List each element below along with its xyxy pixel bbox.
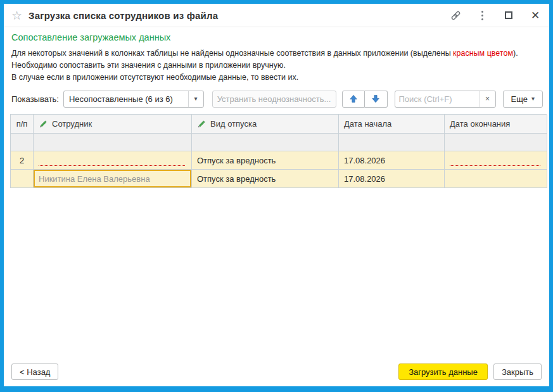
close-button[interactable]: Закрыть — [493, 364, 542, 380]
show-filter-value: Несопоставленные (6 из 6) — [64, 94, 188, 104]
intro-line-3: В случае если в приложении отсутствуют н… — [11, 72, 543, 84]
table-filter-row — [11, 134, 547, 151]
page-title: Сопоставление загружаемых данных — [11, 32, 543, 42]
end-date-cell[interactable] — [445, 170, 547, 188]
column-header-vacation-type[interactable]: Вид отпуска — [192, 115, 339, 134]
filter-cell-employee[interactable] — [34, 134, 192, 151]
filter-cell-vacation-type[interactable] — [192, 134, 339, 151]
toolbar: Показывать: Несопоставленные (6 из 6) ▾ … — [11, 90, 543, 108]
app-window: ☆ Загрузка списка сотрудников из файла ✕ — [0, 0, 553, 392]
window-title: Загрузка списка сотрудников из файла — [29, 10, 218, 21]
unmatched-underline — [450, 165, 540, 166]
employee-cell-unmatched[interactable] — [34, 151, 192, 170]
unmatched-underline — [39, 165, 185, 166]
chevron-down-icon: ▾ — [194, 96, 198, 102]
move-up-button[interactable] — [342, 91, 365, 108]
table-header-row: п/п Сотрудник Вид отпуска — [11, 115, 547, 134]
show-filter-dropdown-button[interactable]: ▾ — [188, 91, 203, 107]
more-actions-button[interactable]: Еще ▾ — [503, 91, 543, 108]
intro-line-2: Необходимо сопоставить эти значения с да… — [11, 60, 543, 72]
search-clear-icon[interactable]: × — [480, 91, 495, 107]
move-row-buttons — [342, 91, 388, 108]
row-num-cell[interactable] — [11, 170, 34, 188]
copy-link-icon[interactable] — [449, 9, 462, 22]
filter-cell-num[interactable] — [11, 134, 34, 151]
arrow-down-icon — [371, 94, 380, 103]
employee-cell[interactable]: Никитина Елена Валерьевна — [34, 170, 192, 188]
vacation-type-cell[interactable]: Отпуск за вредность — [192, 151, 339, 170]
search-box: × — [395, 91, 496, 108]
column-header-num[interactable]: п/п — [11, 115, 34, 134]
load-data-button[interactable]: Загрузить данные — [398, 364, 488, 380]
table-row: Никитина Елена Валерьевна Отпуск за вред… — [11, 170, 547, 188]
column-header-start-date[interactable]: Дата начала — [339, 115, 445, 134]
footer-right-buttons: Загрузить данные Закрыть — [398, 364, 542, 380]
content-area: Сопоставление загружаемых данных Для нек… — [4, 27, 549, 386]
column-header-end-date[interactable]: Дата окончания — [445, 115, 547, 134]
end-date-cell-unmatched[interactable] — [445, 151, 547, 170]
edit-pencil-icon — [39, 120, 48, 129]
titlebar: ☆ Загрузка списка сотрудников из файла ✕ — [4, 4, 549, 27]
column-header-employee[interactable]: Сотрудник — [34, 115, 192, 134]
start-date-cell[interactable]: 17.08.2026 — [339, 151, 445, 170]
move-down-button[interactable] — [365, 91, 388, 108]
maximize-icon[interactable] — [502, 9, 515, 22]
intro-text: Для некоторых значений в колонках таблиц… — [11, 47, 543, 84]
close-icon[interactable]: ✕ — [529, 9, 542, 22]
window-controls: ✕ — [449, 9, 542, 22]
show-filter-select[interactable]: Несопоставленные (6 из 6) ▾ — [63, 91, 204, 108]
arrow-up-icon — [349, 94, 358, 103]
employee-editor-input[interactable]: Никитина Елена Валерьевна — [34, 170, 191, 187]
filter-cell-start-date[interactable] — [339, 134, 445, 151]
more-menu-icon[interactable] — [476, 9, 488, 22]
footer-bar: < Назад Загрузить данные Закрыть — [11, 364, 542, 380]
chevron-down-icon: ▾ — [531, 96, 535, 102]
resolve-ambiguity-button[interactable]: Устранить неоднозначность... — [212, 91, 336, 108]
back-button[interactable]: < Назад — [11, 364, 58, 380]
red-color-mention: красным цветом — [453, 49, 513, 58]
show-label: Показывать: — [11, 94, 59, 104]
row-num-cell[interactable]: 2 — [11, 151, 34, 170]
intro-line-1: Для некоторых значений в колонках таблиц… — [11, 47, 543, 60]
start-date-cell[interactable]: 17.08.2026 — [339, 170, 445, 188]
table-row: 2 Отпуск за вредность 17.08.2026 — [11, 151, 547, 170]
edit-pencil-icon — [197, 120, 206, 129]
favorite-star-icon[interactable]: ☆ — [11, 9, 22, 22]
vacation-type-cell[interactable]: Отпуск за вредность — [192, 170, 339, 188]
search-input[interactable] — [395, 91, 480, 107]
filter-cell-end-date[interactable] — [445, 134, 547, 151]
mapping-table: п/п Сотрудник Вид отпуска — [10, 114, 547, 188]
